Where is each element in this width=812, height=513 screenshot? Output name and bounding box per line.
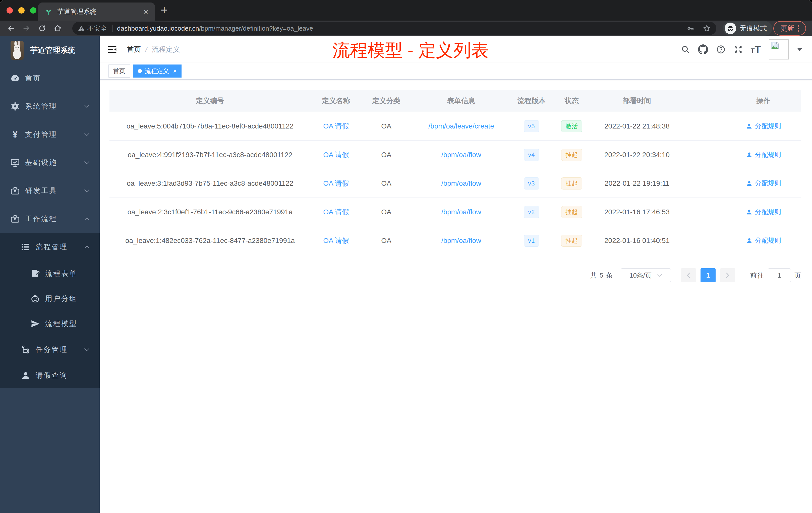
forward-icon[interactable] [22, 24, 31, 33]
deploy-time: 2022-01-16 17:46:53 [592, 198, 682, 226]
breadcrumb-current: 流程定义 [152, 45, 180, 54]
definition-category: OA [361, 112, 411, 140]
column-header: 表单信息 [411, 90, 512, 112]
sidebar-item-payment[interactable]: ¥ 支付管理 [0, 120, 100, 149]
app-title: 芋道管理系统 [30, 45, 75, 56]
sidebar-label: 基础设施 [25, 158, 57, 168]
goto-page-input[interactable] [768, 268, 791, 282]
assign-rule-link[interactable]: 分配规则 [746, 236, 781, 245]
form-link[interactable]: /bpm/oa/flow [441, 208, 481, 216]
form-link[interactable]: /bpm/oa/flow [441, 151, 481, 159]
sidebar-item-system[interactable]: 系统管理 [0, 92, 100, 120]
sidebar-label: 请假查询 [36, 371, 68, 380]
column-header: 定义名称 [311, 90, 361, 112]
app-logo[interactable]: 芋道管理系统 [0, 36, 100, 64]
tag-process-definition[interactable]: 流程定义 × [133, 64, 181, 78]
prev-page-button[interactable] [681, 268, 696, 282]
close-window-button[interactable] [6, 7, 13, 13]
column-header: 定义编号 [110, 90, 311, 112]
browser-menu-icon[interactable] [798, 25, 799, 32]
avatar[interactable] [769, 39, 789, 59]
active-dot-icon [138, 69, 142, 73]
back-icon[interactable] [6, 24, 16, 33]
sidebar-item-devtools[interactable]: 研发工具 [0, 177, 100, 205]
sidebar-label: 流程表单 [45, 269, 77, 278]
maximize-window-button[interactable] [30, 7, 36, 13]
sidebar-item-leave-query[interactable]: 请假查询 [0, 363, 100, 388]
action-label: 分配规则 [755, 208, 781, 216]
current-page-button[interactable]: 1 [700, 268, 716, 282]
chrome-update-button[interactable]: 更新 [773, 21, 806, 36]
help-icon[interactable] [716, 45, 726, 54]
form-link[interactable]: /bpm/oa/leave/create [428, 122, 494, 130]
url-bar[interactable]: 不安全 dashboard.yudao.iocoder.cn/bpm/manag… [72, 22, 716, 35]
sidebar-collapse-icon[interactable] [107, 45, 117, 54]
definition-name-link[interactable]: OA 请假 [323, 179, 349, 188]
bookmark-star-icon[interactable] [703, 24, 711, 32]
user-icon [746, 123, 753, 129]
form-link[interactable]: /bpm/oa/flow [441, 179, 481, 187]
sidebar-label: 支付管理 [25, 130, 57, 139]
form-link[interactable]: /bpm/oa/flow [441, 237, 481, 245]
version-badge: v3 [524, 177, 539, 189]
table-row: oa_leave:5:004b710b-7b8a-11ec-8ef0-acde4… [110, 112, 801, 141]
definition-table: 定义编号 定义名称 定义分类 表单信息 流程版本 状态 部署时间 操作 oa_l… [110, 90, 801, 255]
home-icon[interactable] [53, 24, 62, 33]
definition-id: oa_leave:1:482ec033-762a-11ec-8477-a2380… [110, 227, 311, 255]
action-label: 分配规则 [755, 122, 781, 130]
form-document-icon [30, 269, 41, 278]
page-size-select[interactable]: 10条/页 [621, 268, 671, 282]
sidebar-item-process-model[interactable]: 流程模型 [0, 311, 100, 336]
sidebar-item-home[interactable]: 首页 [0, 64, 100, 92]
user-icon [746, 209, 753, 215]
breadcrumb-home[interactable]: 首页 [127, 45, 141, 54]
action-label: 分配规则 [755, 150, 781, 159]
update-label: 更新 [781, 24, 794, 33]
password-key-icon[interactable] [687, 25, 694, 32]
sidebar-item-task-manage[interactable]: 任务管理 [0, 336, 100, 363]
definition-category: OA [361, 227, 411, 255]
search-icon[interactable] [681, 45, 690, 54]
tags-view-bar: 首页 流程定义 × [100, 63, 812, 80]
definition-category: OA [361, 141, 411, 169]
chevron-left-icon [687, 272, 691, 279]
assign-rule-link[interactable]: 分配规则 [746, 122, 781, 130]
definition-name-link[interactable]: OA 请假 [323, 150, 349, 160]
browser-tab[interactable]: 芋道管理系统 × [38, 2, 155, 21]
definition-category: OA [361, 198, 411, 226]
sidebar-item-user-group[interactable]: 用户分组 [0, 286, 100, 311]
avatar-caret-icon[interactable] [797, 48, 803, 51]
monitor-icon [9, 158, 21, 168]
version-badge: v2 [524, 206, 539, 218]
definition-name-link[interactable]: OA 请假 [323, 121, 349, 131]
minimize-window-button[interactable] [18, 7, 25, 13]
sidebar: 芋道管理系统 首页 系统管理 [0, 36, 100, 513]
font-size-icon[interactable]: TT [751, 44, 761, 55]
next-page-button[interactable] [720, 268, 735, 282]
sidebar-item-process-manage[interactable]: 流程管理 [0, 233, 100, 261]
sidebar-item-workflow[interactable]: 工作流程 [0, 205, 100, 233]
sidebar-item-process-form[interactable]: 流程表单 [0, 261, 100, 286]
tag-close-icon[interactable]: × [173, 68, 177, 74]
reload-icon[interactable] [38, 24, 47, 33]
definition-name-link[interactable]: OA 请假 [323, 236, 349, 245]
sidebar-item-infrastructure[interactable]: 基础设施 [0, 149, 100, 177]
github-icon[interactable] [698, 44, 708, 55]
deploy-time: 2022-01-22 19:19:11 [592, 169, 682, 198]
sidebar-label: 流程管理 [36, 242, 68, 252]
chevron-down-icon [657, 274, 662, 277]
assign-rule-link[interactable]: 分配规则 [746, 208, 781, 216]
new-tab-button[interactable]: + [161, 4, 168, 16]
deploy-time: 2022-01-22 20:34:10 [592, 141, 682, 169]
fullscreen-icon[interactable] [734, 45, 743, 54]
definition-id: oa_leave:3:1fad3d93-7b75-11ec-a3c8-acde4… [110, 169, 311, 198]
tag-home[interactable]: 首页 [109, 64, 130, 78]
security-label[interactable]: 不安全 [87, 24, 107, 33]
definition-category: OA [361, 169, 411, 198]
assign-rule-link[interactable]: 分配规则 [746, 179, 781, 188]
definition-name-link[interactable]: OA 请假 [323, 207, 349, 217]
assign-rule-link[interactable]: 分配规则 [746, 150, 781, 159]
tab-strip: 芋道管理系统 × + [0, 0, 812, 21]
tab-close-icon[interactable]: × [143, 7, 148, 16]
page-size-value: 10条/页 [630, 271, 651, 280]
